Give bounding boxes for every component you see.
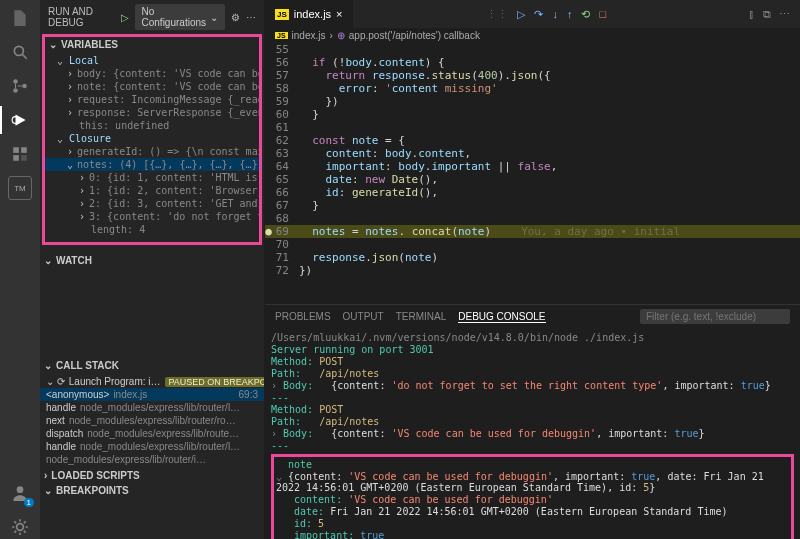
step-out-icon[interactable]: ↑: [567, 8, 573, 20]
var-notes-3[interactable]: ›3: {content: 'do not forget to set the …: [45, 210, 259, 223]
stop-icon[interactable]: □: [599, 8, 606, 20]
restart-icon[interactable]: ⟲: [581, 8, 590, 21]
var-notes-0[interactable]: ›0: {id: 1, content: 'HTML is easy', dat…: [45, 171, 259, 184]
console-prop[interactable]: content: 'VS code can be used for debugg…: [276, 494, 789, 506]
code-line[interactable]: 64 important: body.important || false,: [265, 160, 800, 173]
svg-rect-9: [21, 155, 27, 161]
svg-rect-6: [13, 147, 19, 153]
variables-section[interactable]: ⌄VARIABLES: [45, 37, 259, 52]
tab-terminal[interactable]: TERMINAL: [396, 311, 447, 322]
callstack-frame[interactable]: node_modules/express/lib/router/i…: [40, 453, 264, 466]
compare-icon[interactable]: ⧉: [763, 8, 771, 21]
callstack-frame[interactable]: handlenode_modules/express/lib/router/l…: [40, 401, 264, 414]
scm-icon[interactable]: [8, 74, 32, 98]
paused-badge: PAUSED ON BREAKPOINT: [165, 377, 265, 387]
code-line[interactable]: 58 error: 'content missing': [265, 82, 800, 95]
editor-tab[interactable]: JS index.js ×: [265, 0, 354, 28]
play-icon[interactable]: ▷: [121, 12, 129, 23]
chevron-down-icon: ⌄: [49, 39, 57, 50]
code-line[interactable]: 68: [265, 212, 800, 225]
activity-bar: TM 1: [0, 0, 40, 539]
var-note[interactable]: ›note: {content: 'VS code can be used fo…: [45, 80, 259, 93]
scope-closure[interactable]: ⌄Closure: [45, 132, 259, 145]
debug-icon[interactable]: [8, 108, 32, 132]
code-line[interactable]: 61: [265, 121, 800, 134]
chevron-down-icon: ⌄: [210, 12, 218, 23]
console-line: ---: [271, 440, 794, 452]
code-line[interactable]: 57 return response.status(400).json({: [265, 69, 800, 82]
scope-local[interactable]: ⌄Local: [45, 54, 259, 67]
code-line[interactable]: 70: [265, 238, 800, 251]
editor-area: JS index.js × ⋮⋮ ▷ ↷ ↓ ↑ ⟲ □ ⫿ ⧉ ⋯ JS in…: [265, 0, 800, 539]
code-line[interactable]: 69 notes = notes. concat(note)You, a day…: [265, 225, 800, 238]
var-notes[interactable]: ⌄notes: (4) [{…}, {…}, {…}, {…}]: [45, 158, 259, 171]
var-this[interactable]: this: undefined: [45, 119, 259, 132]
explorer-icon[interactable]: [8, 6, 32, 30]
callstack-frame[interactable]: nextnode_modules/express/lib/router/ro…: [40, 414, 264, 427]
step-into-icon[interactable]: ↓: [552, 8, 558, 20]
code-line[interactable]: 63 content: body.content,: [265, 147, 800, 160]
code-line[interactable]: 55: [265, 43, 800, 56]
callstack-frame[interactable]: dispatchnode_modules/express/lib/route…: [40, 427, 264, 440]
var-generateid[interactable]: ›generateId: () => {\n const maxId = not…: [45, 145, 259, 158]
svg-line-1: [22, 54, 27, 59]
tab-problems[interactable]: PROBLEMS: [275, 311, 331, 322]
callstack-frame[interactable]: <anonymous>index.js69:3: [40, 388, 264, 401]
code-line[interactable]: 67 }: [265, 199, 800, 212]
chevron-down-icon: ⌄: [44, 255, 52, 266]
var-request[interactable]: ›request: IncomingMessage {_readableStat…: [45, 93, 259, 106]
var-notes-length[interactable]: length: 4: [45, 223, 259, 236]
debug-console[interactable]: /Users/mluukkai/.nvm/versions/node/v14.8…: [265, 328, 800, 539]
code-line[interactable]: 71 response.json(note): [265, 251, 800, 264]
code-line[interactable]: 66 id: generateId(),: [265, 186, 800, 199]
extensions-icon[interactable]: [8, 142, 32, 166]
console-line: /Users/mluukkai/.nvm/versions/node/v14.8…: [271, 332, 794, 344]
callstack-frame[interactable]: handlenode_modules/express/lib/router/l…: [40, 440, 264, 453]
tmt-icon[interactable]: TM: [8, 176, 32, 200]
account-icon[interactable]: 1: [8, 481, 32, 505]
close-icon[interactable]: ×: [336, 8, 342, 20]
console-line[interactable]: note: [276, 459, 789, 471]
settings-icon[interactable]: [8, 515, 32, 539]
var-notes-2[interactable]: ›2: {id: 3, content: 'GET and POST are t…: [45, 197, 259, 210]
tab-debug-console[interactable]: DEBUG CONSOLE: [458, 311, 545, 323]
step-over-icon[interactable]: ↷: [534, 8, 543, 21]
grip-icon[interactable]: ⋮⋮: [486, 8, 508, 21]
code-editor[interactable]: 5556 if (!body.content) {57 return respo…: [265, 43, 800, 304]
console-line: Server running on port 3001: [271, 344, 794, 356]
console-line: ---: [271, 392, 794, 404]
callstack-section[interactable]: ⌄CALL STACK: [40, 358, 264, 373]
console-line[interactable]: › Body: {content: 'VS code can be used f…: [271, 428, 794, 440]
console-line[interactable]: ⌄ {content: 'VS code can be used for deb…: [276, 471, 789, 494]
code-line[interactable]: 59 }): [265, 95, 800, 108]
var-body[interactable]: ›body: {content: 'VS code can be used fo…: [45, 67, 259, 80]
split-icon[interactable]: ⫿: [749, 8, 755, 21]
code-line[interactable]: 65 date: new Date(),: [265, 173, 800, 186]
chevron-down-icon: ⌄: [44, 360, 52, 371]
breadcrumb[interactable]: JS index.js › ⊕ app.post('/api/notes') c…: [265, 28, 800, 43]
more-icon[interactable]: ⋯: [779, 8, 790, 21]
filter-input[interactable]: [640, 309, 790, 324]
continue-icon[interactable]: ▷: [517, 8, 525, 21]
search-icon[interactable]: [8, 40, 32, 64]
config-dropdown[interactable]: No Configurations ⌄: [135, 4, 225, 30]
debug-sidebar: RUN AND DEBUG ▷ No Configurations ⌄ ⚙ ⋯ …: [40, 0, 265, 539]
console-prop[interactable]: id: 5: [276, 518, 789, 530]
var-notes-1[interactable]: ›1: {id: 2, content: 'Browser can execut…: [45, 184, 259, 197]
code-line[interactable]: 72}): [265, 264, 800, 277]
watch-section[interactable]: ⌄WATCH: [40, 253, 264, 268]
breakpoints-section[interactable]: ⌄BREAKPOINTS: [40, 483, 264, 498]
callstack-thread[interactable]: ⌄ ⟳Launch Program: i…PAUSED ON BREAKPOIN…: [40, 375, 264, 388]
code-line[interactable]: 60 }: [265, 108, 800, 121]
gear-icon[interactable]: ⚙: [231, 12, 240, 23]
console-prop[interactable]: important: true: [276, 530, 789, 539]
console-line[interactable]: › Body: {content: 'do not forget to set …: [271, 380, 794, 392]
code-line[interactable]: 62 const note = {: [265, 134, 800, 147]
console-prop[interactable]: date: Fri Jan 21 2022 14:56:01 GMT+0200 …: [276, 506, 789, 518]
more-icon[interactable]: ⋯: [246, 12, 256, 23]
var-response[interactable]: ›response: ServerResponse {_events: {…},…: [45, 106, 259, 119]
tab-output[interactable]: OUTPUT: [343, 311, 384, 322]
code-line[interactable]: 56 if (!body.content) {: [265, 56, 800, 69]
loaded-scripts-section[interactable]: ›LOADED SCRIPTS: [40, 468, 264, 483]
account-badge: 1: [24, 498, 34, 507]
